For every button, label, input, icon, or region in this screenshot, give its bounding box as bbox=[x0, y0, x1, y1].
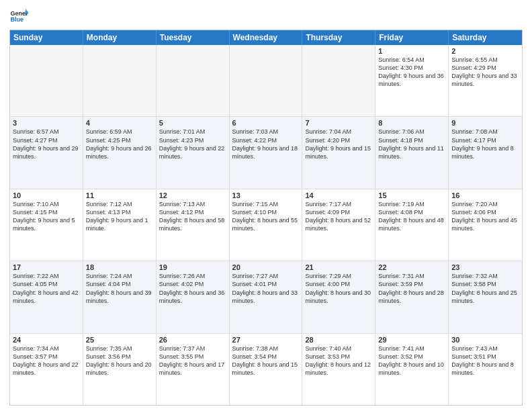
day-info: Sunrise: 7:41 AM Sunset: 3:52 PM Dayligh… bbox=[378, 345, 445, 377]
header-cell-monday: Monday bbox=[83, 30, 157, 45]
calendar-cell bbox=[157, 45, 230, 116]
day-number: 22 bbox=[378, 263, 445, 271]
calendar-cell: 30Sunrise: 7:43 AM Sunset: 3:51 PM Dayli… bbox=[449, 334, 522, 405]
logo: General Blue bbox=[9, 7, 31, 26]
calendar-cell bbox=[10, 45, 83, 116]
day-number: 15 bbox=[378, 191, 445, 199]
header: General Blue bbox=[9, 7, 523, 26]
calendar-cell: 26Sunrise: 7:37 AM Sunset: 3:55 PM Dayli… bbox=[157, 334, 230, 405]
day-number: 7 bbox=[305, 119, 372, 127]
day-info: Sunrise: 7:24 AM Sunset: 4:04 PM Dayligh… bbox=[86, 272, 153, 305]
calendar-cell: 5Sunrise: 7:01 AM Sunset: 4:23 PM Daylig… bbox=[157, 117, 230, 188]
calendar-cell: 17Sunrise: 7:22 AM Sunset: 4:05 PM Dayli… bbox=[10, 261, 83, 332]
day-number: 8 bbox=[378, 119, 445, 127]
calendar-row-2: 10Sunrise: 7:10 AM Sunset: 4:15 PM Dayli… bbox=[10, 189, 522, 261]
header-cell-wednesday: Wednesday bbox=[230, 30, 303, 45]
page: General Blue SundayMondayTuesdayWednesda… bbox=[0, 0, 532, 411]
day-number: 1 bbox=[378, 47, 445, 55]
day-number: 26 bbox=[159, 336, 226, 344]
header-cell-tuesday: Tuesday bbox=[157, 30, 230, 45]
day-info: Sunrise: 7:27 AM Sunset: 4:01 PM Dayligh… bbox=[232, 272, 300, 305]
calendar-cell: 23Sunrise: 7:32 AM Sunset: 3:58 PM Dayli… bbox=[449, 261, 522, 332]
calendar-cell: 1Sunrise: 6:54 AM Sunset: 4:30 PM Daylig… bbox=[375, 45, 449, 116]
header-cell-sunday: Sunday bbox=[10, 30, 83, 45]
day-number: 2 bbox=[451, 47, 519, 55]
day-number: 30 bbox=[451, 336, 519, 344]
day-info: Sunrise: 7:35 AM Sunset: 3:56 PM Dayligh… bbox=[86, 345, 153, 377]
calendar-cell: 3Sunrise: 6:57 AM Sunset: 4:27 PM Daylig… bbox=[10, 117, 83, 188]
day-number: 18 bbox=[86, 263, 153, 271]
day-number: 29 bbox=[378, 336, 445, 344]
day-number: 27 bbox=[232, 336, 300, 344]
day-info: Sunrise: 7:10 AM Sunset: 4:15 PM Dayligh… bbox=[13, 200, 80, 233]
day-info: Sunrise: 7:32 AM Sunset: 3:58 PM Dayligh… bbox=[451, 272, 519, 305]
calendar-body: 1Sunrise: 6:54 AM Sunset: 4:30 PM Daylig… bbox=[10, 45, 522, 405]
day-info: Sunrise: 7:19 AM Sunset: 4:08 PM Dayligh… bbox=[378, 200, 445, 233]
day-number: 13 bbox=[232, 191, 300, 199]
day-number: 14 bbox=[305, 191, 372, 199]
day-number: 21 bbox=[305, 263, 372, 271]
day-info: Sunrise: 7:40 AM Sunset: 3:53 PM Dayligh… bbox=[305, 345, 372, 377]
calendar-cell: 9Sunrise: 7:08 AM Sunset: 4:17 PM Daylig… bbox=[449, 117, 522, 188]
day-number: 6 bbox=[232, 119, 300, 127]
day-number: 24 bbox=[13, 336, 80, 344]
calendar-cell: 10Sunrise: 7:10 AM Sunset: 4:15 PM Dayli… bbox=[10, 189, 83, 261]
calendar-cell: 28Sunrise: 7:40 AM Sunset: 3:53 PM Dayli… bbox=[302, 334, 375, 405]
day-info: Sunrise: 6:59 AM Sunset: 4:25 PM Dayligh… bbox=[86, 128, 153, 161]
header-cell-friday: Friday bbox=[375, 30, 449, 45]
day-number: 3 bbox=[13, 119, 80, 127]
logo-icon: General Blue bbox=[9, 7, 28, 26]
calendar-row-1: 3Sunrise: 6:57 AM Sunset: 4:27 PM Daylig… bbox=[10, 117, 522, 189]
day-info: Sunrise: 7:13 AM Sunset: 4:12 PM Dayligh… bbox=[159, 200, 226, 233]
day-number: 12 bbox=[159, 191, 226, 199]
day-info: Sunrise: 6:57 AM Sunset: 4:27 PM Dayligh… bbox=[13, 128, 80, 161]
header-cell-saturday: Saturday bbox=[449, 30, 522, 45]
calendar-cell bbox=[302, 45, 375, 116]
calendar-cell: 8Sunrise: 7:06 AM Sunset: 4:18 PM Daylig… bbox=[375, 117, 449, 188]
calendar-cell: 22Sunrise: 7:31 AM Sunset: 3:59 PM Dayli… bbox=[375, 261, 449, 332]
day-info: Sunrise: 7:06 AM Sunset: 4:18 PM Dayligh… bbox=[378, 128, 445, 161]
day-info: Sunrise: 7:22 AM Sunset: 4:05 PM Dayligh… bbox=[13, 272, 80, 305]
calendar-row-3: 17Sunrise: 7:22 AM Sunset: 4:05 PM Dayli… bbox=[10, 261, 522, 333]
calendar-cell: 21Sunrise: 7:29 AM Sunset: 4:00 PM Dayli… bbox=[302, 261, 375, 332]
calendar-cell: 7Sunrise: 7:04 AM Sunset: 4:20 PM Daylig… bbox=[302, 117, 375, 188]
calendar-cell: 27Sunrise: 7:38 AM Sunset: 3:54 PM Dayli… bbox=[230, 334, 303, 405]
calendar-cell: 2Sunrise: 6:55 AM Sunset: 4:29 PM Daylig… bbox=[449, 45, 522, 116]
calendar-cell bbox=[230, 45, 303, 116]
calendar: SundayMondayTuesdayWednesdayThursdayFrid… bbox=[9, 30, 523, 406]
day-info: Sunrise: 7:17 AM Sunset: 4:09 PM Dayligh… bbox=[305, 200, 372, 233]
day-number: 16 bbox=[451, 191, 519, 199]
calendar-cell: 19Sunrise: 7:26 AM Sunset: 4:02 PM Dayli… bbox=[157, 261, 230, 332]
day-info: Sunrise: 7:08 AM Sunset: 4:17 PM Dayligh… bbox=[451, 128, 519, 161]
day-info: Sunrise: 7:34 AM Sunset: 3:57 PM Dayligh… bbox=[13, 345, 80, 377]
header-cell-thursday: Thursday bbox=[302, 30, 375, 45]
day-number: 11 bbox=[86, 191, 153, 199]
day-info: Sunrise: 7:03 AM Sunset: 4:22 PM Dayligh… bbox=[232, 128, 300, 161]
calendar-cell: 15Sunrise: 7:19 AM Sunset: 4:08 PM Dayli… bbox=[375, 189, 449, 261]
day-info: Sunrise: 7:31 AM Sunset: 3:59 PM Dayligh… bbox=[378, 272, 445, 305]
day-info: Sunrise: 7:15 AM Sunset: 4:10 PM Dayligh… bbox=[232, 200, 300, 233]
calendar-cell: 16Sunrise: 7:20 AM Sunset: 4:06 PM Dayli… bbox=[449, 189, 522, 261]
day-info: Sunrise: 6:55 AM Sunset: 4:29 PM Dayligh… bbox=[451, 56, 519, 89]
calendar-cell: 11Sunrise: 7:12 AM Sunset: 4:13 PM Dayli… bbox=[83, 189, 157, 261]
calendar-header: SundayMondayTuesdayWednesdayThursdayFrid… bbox=[10, 30, 522, 45]
day-info: Sunrise: 7:26 AM Sunset: 4:02 PM Dayligh… bbox=[159, 272, 226, 305]
calendar-cell: 25Sunrise: 7:35 AM Sunset: 3:56 PM Dayli… bbox=[83, 334, 157, 405]
day-info: Sunrise: 7:12 AM Sunset: 4:13 PM Dayligh… bbox=[86, 200, 153, 233]
day-number: 5 bbox=[159, 119, 226, 127]
day-number: 19 bbox=[159, 263, 226, 271]
day-info: Sunrise: 7:20 AM Sunset: 4:06 PM Dayligh… bbox=[451, 200, 519, 233]
day-number: 10 bbox=[13, 191, 80, 199]
calendar-cell: 24Sunrise: 7:34 AM Sunset: 3:57 PM Dayli… bbox=[10, 334, 83, 405]
calendar-cell: 6Sunrise: 7:03 AM Sunset: 4:22 PM Daylig… bbox=[230, 117, 303, 188]
day-info: Sunrise: 7:04 AM Sunset: 4:20 PM Dayligh… bbox=[305, 128, 372, 161]
calendar-cell bbox=[83, 45, 157, 116]
calendar-cell: 4Sunrise: 6:59 AM Sunset: 4:25 PM Daylig… bbox=[83, 117, 157, 188]
calendar-cell: 20Sunrise: 7:27 AM Sunset: 4:01 PM Dayli… bbox=[230, 261, 303, 332]
day-info: Sunrise: 7:29 AM Sunset: 4:00 PM Dayligh… bbox=[305, 272, 372, 305]
day-number: 20 bbox=[232, 263, 300, 271]
day-info: Sunrise: 7:43 AM Sunset: 3:51 PM Dayligh… bbox=[451, 345, 519, 377]
day-number: 9 bbox=[451, 119, 519, 127]
calendar-row-4: 24Sunrise: 7:34 AM Sunset: 3:57 PM Dayli… bbox=[10, 334, 522, 405]
calendar-row-0: 1Sunrise: 6:54 AM Sunset: 4:30 PM Daylig… bbox=[10, 45, 522, 117]
